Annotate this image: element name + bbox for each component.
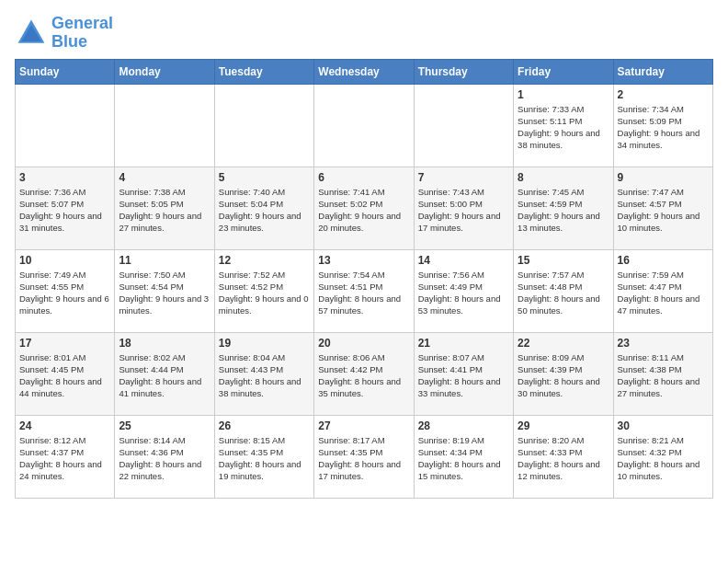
calendar-week-0: 1Sunrise: 7:33 AM Sunset: 5:11 PM Daylig… — [16, 84, 713, 167]
calendar-cell: 14Sunrise: 7:56 AM Sunset: 4:49 PM Dayli… — [414, 249, 513, 332]
day-info: Sunrise: 8:04 AM Sunset: 4:43 PM Dayligh… — [219, 351, 310, 400]
day-info: Sunrise: 7:50 AM Sunset: 4:54 PM Dayligh… — [119, 269, 210, 317]
weekday-header-thursday: Thursday — [414, 59, 513, 84]
day-info: Sunrise: 8:19 AM Sunset: 4:34 PM Dayligh… — [418, 434, 509, 483]
day-number: 21 — [418, 337, 509, 350]
calendar-cell: 3Sunrise: 7:36 AM Sunset: 5:07 PM Daylig… — [16, 167, 115, 249]
calendar-cell: 22Sunrise: 8:09 AM Sunset: 4:39 PM Dayli… — [514, 332, 613, 415]
calendar-cell: 21Sunrise: 8:07 AM Sunset: 4:41 PM Dayli… — [414, 332, 513, 415]
calendar-cell — [414, 84, 513, 167]
day-info: Sunrise: 8:07 AM Sunset: 4:41 PM Dayligh… — [418, 351, 509, 400]
day-info: Sunrise: 8:15 AM Sunset: 4:35 PM Dayligh… — [219, 434, 310, 483]
day-number: 3 — [19, 171, 110, 184]
calendar-cell: 24Sunrise: 8:12 AM Sunset: 4:37 PM Dayli… — [16, 415, 115, 498]
day-number: 2 — [618, 88, 709, 101]
calendar-week-2: 10Sunrise: 7:49 AM Sunset: 4:55 PM Dayli… — [16, 249, 713, 332]
day-info: Sunrise: 8:06 AM Sunset: 4:42 PM Dayligh… — [318, 351, 409, 400]
day-number: 16 — [618, 254, 709, 267]
calendar-cell: 2Sunrise: 7:34 AM Sunset: 5:09 PM Daylig… — [613, 84, 712, 167]
day-info: Sunrise: 8:02 AM Sunset: 4:44 PM Dayligh… — [119, 351, 210, 400]
day-number: 15 — [518, 254, 609, 267]
day-number: 29 — [518, 419, 609, 432]
day-info: Sunrise: 7:47 AM Sunset: 4:57 PM Dayligh… — [618, 186, 709, 235]
weekday-header-wednesday: Wednesday — [314, 59, 414, 84]
day-number: 14 — [418, 254, 509, 267]
calendar-cell: 19Sunrise: 8:04 AM Sunset: 4:43 PM Dayli… — [214, 332, 313, 415]
calendar-cell — [314, 84, 414, 167]
calendar-cell: 6Sunrise: 7:41 AM Sunset: 5:02 PM Daylig… — [314, 167, 414, 249]
day-info: Sunrise: 7:34 AM Sunset: 5:09 PM Dayligh… — [618, 103, 709, 152]
day-info: Sunrise: 7:43 AM Sunset: 5:00 PM Dayligh… — [418, 186, 509, 235]
calendar-cell: 15Sunrise: 7:57 AM Sunset: 4:48 PM Dayli… — [514, 249, 613, 332]
calendar-cell: 11Sunrise: 7:50 AM Sunset: 4:54 PM Dayli… — [115, 249, 214, 332]
calendar-cell: 25Sunrise: 8:14 AM Sunset: 4:36 PM Dayli… — [115, 415, 214, 498]
weekday-header-friday: Friday — [514, 59, 613, 84]
day-number: 30 — [618, 419, 709, 432]
day-number: 23 — [618, 337, 709, 350]
calendar-cell: 5Sunrise: 7:40 AM Sunset: 5:04 PM Daylig… — [214, 167, 313, 249]
day-number: 27 — [318, 419, 409, 432]
day-number: 12 — [219, 254, 310, 267]
day-info: Sunrise: 7:52 AM Sunset: 4:52 PM Dayligh… — [219, 269, 310, 317]
day-info: Sunrise: 7:56 AM Sunset: 4:49 PM Dayligh… — [418, 269, 509, 317]
calendar-cell: 9Sunrise: 7:47 AM Sunset: 4:57 PM Daylig… — [613, 167, 712, 249]
calendar-cell: 26Sunrise: 8:15 AM Sunset: 4:35 PM Dayli… — [214, 415, 313, 498]
day-info: Sunrise: 7:49 AM Sunset: 4:55 PM Dayligh… — [19, 269, 110, 317]
calendar-table: SundayMondayTuesdayWednesdayThursdayFrid… — [15, 59, 713, 499]
calendar-cell: 23Sunrise: 8:11 AM Sunset: 4:38 PM Dayli… — [613, 332, 712, 415]
calendar-cell: 8Sunrise: 7:45 AM Sunset: 4:59 PM Daylig… — [514, 167, 613, 249]
day-info: Sunrise: 7:54 AM Sunset: 4:51 PM Dayligh… — [318, 269, 409, 317]
calendar-cell — [214, 84, 313, 167]
calendar-cell: 29Sunrise: 8:20 AM Sunset: 4:33 PM Dayli… — [514, 415, 613, 498]
calendar-cell: 13Sunrise: 7:54 AM Sunset: 4:51 PM Dayli… — [314, 249, 414, 332]
calendar-cell: 10Sunrise: 7:49 AM Sunset: 4:55 PM Dayli… — [16, 249, 115, 332]
day-info: Sunrise: 8:01 AM Sunset: 4:45 PM Dayligh… — [19, 351, 110, 400]
day-number: 9 — [618, 171, 709, 184]
day-number: 8 — [518, 171, 609, 184]
calendar-cell: 27Sunrise: 8:17 AM Sunset: 4:35 PM Dayli… — [314, 415, 414, 498]
day-number: 25 — [119, 419, 210, 432]
weekday-header-tuesday: Tuesday — [214, 59, 313, 84]
calendar-cell — [115, 84, 214, 167]
calendar-cell: 1Sunrise: 7:33 AM Sunset: 5:11 PM Daylig… — [514, 84, 613, 167]
day-info: Sunrise: 7:57 AM Sunset: 4:48 PM Dayligh… — [518, 269, 609, 317]
day-number: 7 — [418, 171, 509, 184]
calendar-week-3: 17Sunrise: 8:01 AM Sunset: 4:45 PM Dayli… — [16, 332, 713, 415]
day-info: Sunrise: 7:41 AM Sunset: 5:02 PM Dayligh… — [318, 186, 409, 235]
weekday-header-saturday: Saturday — [613, 59, 712, 84]
calendar-cell: 7Sunrise: 7:43 AM Sunset: 5:00 PM Daylig… — [414, 167, 513, 249]
day-info: Sunrise: 7:33 AM Sunset: 5:11 PM Dayligh… — [518, 103, 609, 152]
calendar-cell: 4Sunrise: 7:38 AM Sunset: 5:05 PM Daylig… — [115, 167, 214, 249]
logo: General Blue — [15, 15, 113, 52]
day-info: Sunrise: 8:14 AM Sunset: 4:36 PM Dayligh… — [119, 434, 210, 483]
calendar-cell: 28Sunrise: 8:19 AM Sunset: 4:34 PM Dayli… — [414, 415, 513, 498]
day-number: 10 — [19, 254, 110, 267]
day-number: 28 — [418, 419, 509, 432]
day-info: Sunrise: 7:40 AM Sunset: 5:04 PM Dayligh… — [219, 186, 310, 235]
day-number: 13 — [318, 254, 409, 267]
day-number: 24 — [19, 419, 110, 432]
weekday-header-monday: Monday — [115, 59, 214, 84]
logo-icon — [15, 17, 48, 50]
day-number: 5 — [219, 171, 310, 184]
day-info: Sunrise: 8:21 AM Sunset: 4:32 PM Dayligh… — [618, 434, 709, 483]
day-number: 4 — [119, 171, 210, 184]
day-info: Sunrise: 8:20 AM Sunset: 4:33 PM Dayligh… — [518, 434, 609, 483]
weekday-header-sunday: Sunday — [16, 59, 115, 84]
day-info: Sunrise: 8:11 AM Sunset: 4:38 PM Dayligh… — [618, 351, 709, 400]
day-info: Sunrise: 7:36 AM Sunset: 5:07 PM Dayligh… — [19, 186, 110, 235]
day-number: 19 — [219, 337, 310, 350]
calendar-cell: 30Sunrise: 8:21 AM Sunset: 4:32 PM Dayli… — [613, 415, 712, 498]
calendar-cell: 16Sunrise: 7:59 AM Sunset: 4:47 PM Dayli… — [613, 249, 712, 332]
day-info: Sunrise: 7:38 AM Sunset: 5:05 PM Dayligh… — [119, 186, 210, 235]
day-info: Sunrise: 8:09 AM Sunset: 4:39 PM Dayligh… — [518, 351, 609, 400]
calendar-cell — [16, 84, 115, 167]
day-info: Sunrise: 7:59 AM Sunset: 4:47 PM Dayligh… — [618, 269, 709, 317]
calendar-week-1: 3Sunrise: 7:36 AM Sunset: 5:07 PM Daylig… — [16, 167, 713, 249]
day-number: 11 — [119, 254, 210, 267]
day-info: Sunrise: 8:12 AM Sunset: 4:37 PM Dayligh… — [19, 434, 110, 483]
day-number: 6 — [318, 171, 409, 184]
calendar-cell: 18Sunrise: 8:02 AM Sunset: 4:44 PM Dayli… — [115, 332, 214, 415]
day-number: 17 — [19, 337, 110, 350]
day-info: Sunrise: 7:45 AM Sunset: 4:59 PM Dayligh… — [518, 186, 609, 235]
